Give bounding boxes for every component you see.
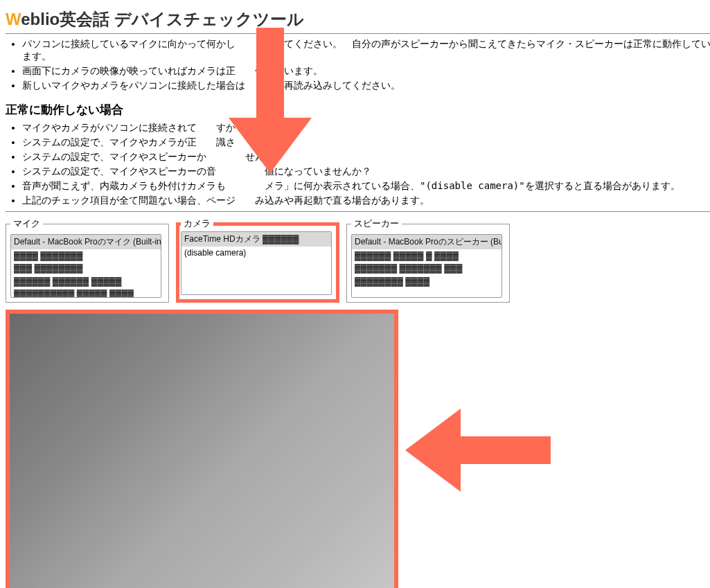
trouble-heading: 正常に動作しない場合 xyxy=(6,102,710,118)
camera-preview xyxy=(6,310,398,588)
speaker-select[interactable]: Default - MacBook Proのスピーカー (Built-in) ▓… xyxy=(351,234,502,298)
trouble-item: 上記のチェック項目が全て問題ない場合、ページ み込みや再起動で直る場合があります… xyxy=(22,195,710,207)
trouble-item: マイクやカメラがパソコンに接続されて すか？ xyxy=(22,122,710,134)
page-title: Weblio英会話 デバイスチェックツール xyxy=(6,8,710,30)
trouble-text: 音声が聞こえず、内蔵カメラも外付けカメラも メラ」に何か表示されている場合、 xyxy=(22,180,420,191)
instruction-list: パソコンに接続しているマイクに向かって何かし てみてください。 自分の声がスピー… xyxy=(6,38,710,92)
arrow-left-icon xyxy=(405,402,551,499)
trouble-item: システムの設定で、マイクやカメラが正 識さ ま xyxy=(22,136,710,149)
speaker-option[interactable]: Default - MacBook Proのスピーカー (Built-in) xyxy=(352,235,502,249)
mic-option[interactable]: Default - MacBook Proのマイク (Built-in) xyxy=(11,235,161,249)
divider-mid xyxy=(6,211,710,212)
mic-option[interactable]: ▓▓▓▓ ▓▓▓▓▓▓▓ xyxy=(11,249,161,262)
device-panels: マイク Default - MacBook Proのマイク (Built-in)… xyxy=(6,217,710,303)
trouble-list: マイクやカメラがパソコンに接続されて すか？ システムの設定で、マイクやカメラが… xyxy=(6,122,710,207)
arrow-down-icon xyxy=(222,28,319,173)
camera-legend: カメラ xyxy=(181,217,213,230)
mic-option[interactable]: ▓▓▓▓▓▓ ▓▓▓▓▓▓ ▓▓▓▓▓ xyxy=(11,275,161,287)
speaker-legend: スピーカー xyxy=(351,217,402,230)
mic-select[interactable]: Default - MacBook Proのマイク (Built-in) ▓▓▓… xyxy=(10,234,161,298)
camera-select[interactable]: FaceTime HDカメラ ▓▓▓▓▓▓ (disable camera) xyxy=(181,231,332,295)
instruction-item: 新しいマイクやカメラをパソコンに接続した場合は ジを再読み込みしてください。 xyxy=(22,80,710,92)
trouble-item: システムの設定で、マイクやスピーカーか せんか？ xyxy=(22,151,710,163)
camera-option[interactable]: FaceTime HDカメラ ▓▓▓▓▓▓ xyxy=(181,232,331,247)
trouble-item: システムの設定で、マイクやスピーカーの音 値になっていませんか？ xyxy=(22,166,710,178)
mic-option[interactable]: ▓▓▓ ▓▓▓▓▓▓▓▓ xyxy=(11,262,161,274)
instruction-item: 画面下にカメラの映像が映っていればカメラは正 作しています。 xyxy=(22,65,710,78)
mic-option[interactable]: ▓▓▓▓▓▓▓▓▓▓ ▓▓▓▓▓ ▓▓▓▓ xyxy=(11,287,161,298)
title-rest: eblio英会話 デバイスチェックツール xyxy=(21,10,304,28)
svg-marker-0 xyxy=(229,28,312,173)
speaker-option[interactable]: ▓▓▓▓▓▓▓▓ ▓▓▓▓ xyxy=(352,275,502,287)
divider-top xyxy=(6,33,710,34)
mic-legend: マイク xyxy=(10,217,43,230)
trouble-text: を選択すると直る場合があります。 xyxy=(525,180,680,191)
speaker-option[interactable]: ▓▓▓▓▓▓ ▓▓▓▓▓ ▓ ▓▓▓▓ xyxy=(352,249,502,262)
trouble-mono: "(disable camera)" xyxy=(420,180,525,191)
instruction-item: パソコンに接続しているマイクに向かって何かし てみてください。 自分の声がスピー… xyxy=(22,38,710,63)
camera-option[interactable]: (disable camera) xyxy=(181,247,331,259)
speaker-option[interactable]: ▓▓▓▓▓▓▓ ▓▓▓▓▓▓▓ ▓▓▓ xyxy=(352,262,502,274)
svg-marker-1 xyxy=(405,409,551,492)
title-first-char: W xyxy=(6,10,21,28)
trouble-item: 音声が聞こえず、内蔵カメラも外付けカメラも メラ」に何か表示されている場合、"(… xyxy=(22,180,710,193)
camera-panel: カメラ FaceTime HDカメラ ▓▓▓▓▓▓ (disable camer… xyxy=(176,217,339,303)
mic-panel: マイク Default - MacBook Proのマイク (Built-in)… xyxy=(6,217,169,303)
speaker-panel: スピーカー Default - MacBook Proのスピーカー (Built… xyxy=(346,217,510,303)
